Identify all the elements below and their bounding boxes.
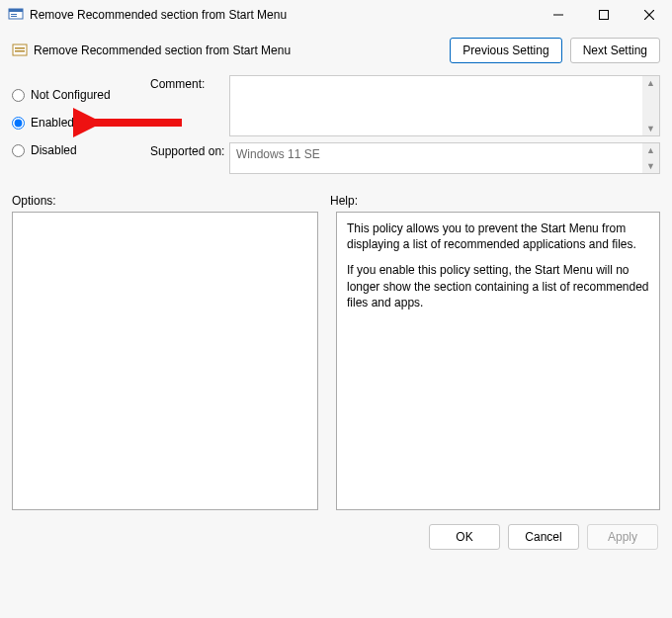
scroll-up-icon: ▲ xyxy=(646,76,655,90)
help-panel: This policy allows you to prevent the St… xyxy=(336,212,660,510)
minimize-button[interactable] xyxy=(536,0,581,30)
comment-label: Comment: xyxy=(150,75,229,136)
header-subtitle: Remove Recommended section from Start Me… xyxy=(34,44,442,57)
supported-on-value: Windows 11 SE xyxy=(236,147,320,161)
previous-setting-button[interactable]: Previous Setting xyxy=(450,38,561,63)
radio-not-configured-label: Not Configured xyxy=(31,88,111,102)
help-paragraph-1: This policy allows you to prevent the St… xyxy=(347,221,649,252)
svg-rect-10 xyxy=(15,50,25,52)
help-label: Help: xyxy=(330,194,358,208)
radio-disabled-input[interactable] xyxy=(12,144,25,157)
svg-rect-3 xyxy=(11,16,17,17)
comment-scrollbar[interactable]: ▲ ▼ xyxy=(642,76,659,135)
policy-subicon xyxy=(12,43,28,58)
radio-enabled-label: Enabled xyxy=(31,116,74,130)
svg-rect-8 xyxy=(13,44,27,55)
comment-textarea[interactable]: ▲ ▼ xyxy=(229,75,660,136)
policy-icon xyxy=(8,7,24,23)
scroll-down-icon: ▼ xyxy=(646,122,655,135)
radio-enabled[interactable]: Enabled xyxy=(12,109,150,136)
close-button[interactable] xyxy=(627,0,672,30)
ok-button[interactable]: OK xyxy=(429,524,500,550)
radio-enabled-input[interactable] xyxy=(12,117,25,130)
svg-rect-2 xyxy=(11,14,17,15)
help-paragraph-2: If you enable this policy setting, the S… xyxy=(347,262,649,310)
title-bar: Remove Recommended section from Start Me… xyxy=(0,0,672,30)
scroll-up-icon: ▲ xyxy=(646,143,655,157)
options-panel xyxy=(12,212,318,510)
cancel-button[interactable]: Cancel xyxy=(508,524,579,550)
radio-disabled[interactable]: Disabled xyxy=(12,136,150,164)
radio-not-configured-input[interactable] xyxy=(12,89,25,102)
maximize-button[interactable] xyxy=(581,0,627,30)
policy-state-group: Not Configured Enabled Disabled xyxy=(12,75,150,180)
apply-button[interactable]: Apply xyxy=(587,524,658,550)
options-label: Options: xyxy=(12,194,330,208)
scroll-down-icon: ▼ xyxy=(646,159,655,173)
supported-on-box: Windows 11 SE ▲ ▼ xyxy=(229,142,660,174)
radio-disabled-label: Disabled xyxy=(31,143,77,157)
svg-rect-1 xyxy=(9,9,23,12)
header-row: Remove Recommended section from Start Me… xyxy=(0,30,672,73)
supported-scrollbar[interactable]: ▲ ▼ xyxy=(642,143,659,173)
window-title: Remove Recommended section from Start Me… xyxy=(30,8,536,22)
svg-rect-5 xyxy=(600,11,609,20)
dialog-footer: OK Cancel Apply xyxy=(0,510,672,550)
supported-on-label: Supported on: xyxy=(150,142,229,174)
next-setting-button[interactable]: Next Setting xyxy=(570,38,660,63)
radio-not-configured[interactable]: Not Configured xyxy=(12,81,150,109)
svg-rect-9 xyxy=(15,47,25,49)
